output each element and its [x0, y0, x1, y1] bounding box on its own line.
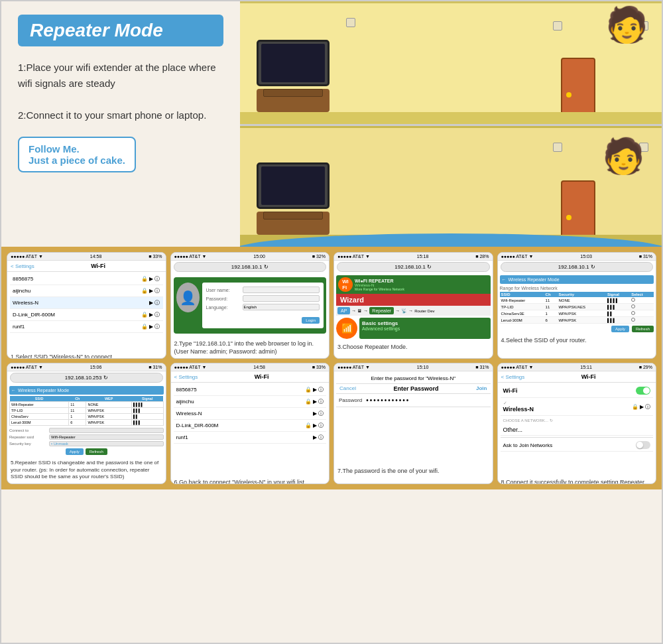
- phone-step-1: ●●●●● AT&T ▼ 14:58 ■ 33% < Settings Wi-F…: [7, 252, 166, 359]
- repeater-mode-header: ← Wireless Repeater Mode: [9, 386, 164, 395]
- password-row: Password:: [206, 295, 320, 302]
- ssid-action-btns: Apply Refresh: [500, 326, 654, 332]
- phone-7-status: ●●●●● AT&T ▼ 15:10 ■ 31%: [334, 363, 493, 371]
- phone-step-4: ●●●●● AT&T ▼ 15:03 ■ 31% 192.168.10.1 ↻ …: [497, 252, 657, 359]
- phone-2-status: ●●●●● AT&T ▼ 15:00 ■ 32%: [171, 253, 330, 261]
- wifi-item-wireless-n[interactable]: Wireless-N ▶ ⓘ: [10, 297, 163, 309]
- phone-5-url[interactable]: 192.168.10.253 ↻: [10, 373, 163, 383]
- ssid-row-4[interactable]: Lerud-300M 6 WPA/PSK ▌▌▌: [500, 317, 654, 324]
- phone-7-content: Enter the password for "Wireless-N" Canc…: [334, 371, 493, 464]
- wizard-repeater-btn[interactable]: Repeater: [369, 307, 394, 314]
- wifi-item-2: aijinchu 🔒 ▶ ⓘ: [10, 285, 163, 297]
- wifi-toggle-row: Wi-Fi: [501, 384, 654, 398]
- wifi6-item-2: aijinchu 🔒 ▶ ⓘ: [174, 396, 327, 408]
- ssid-table: SSID Ch Security Signal Select Wifi-Repe…: [500, 292, 654, 324]
- character-top: 🧑: [605, 5, 648, 45]
- refresh-btn-4[interactable]: Refresh: [632, 326, 654, 332]
- login-button-area: Login: [206, 312, 320, 324]
- wizard-ap-btn[interactable]: AP: [337, 307, 350, 314]
- apply-btn-4[interactable]: Apply: [611, 326, 629, 332]
- room-scene-bottom: 🧑: [240, 124, 662, 247]
- apply-btn-5[interactable]: Apply: [66, 448, 84, 455]
- repeater-row-2[interactable]: TP-LID 11 WPA/PSK ▌▌▌: [10, 408, 164, 414]
- step2-text: 2:Connect it to your smart phone or lapt…: [18, 107, 223, 123]
- wifi6-item-1: 8856875 🔒 ▶ ⓘ: [174, 384, 327, 396]
- step-7-caption: 7.The password is the one of your wifi.: [334, 465, 493, 478]
- phone-4-status: ●●●●● AT&T ▼ 15:03 ■ 31%: [498, 253, 656, 261]
- ssid-header: ← Wireless Repeater Mode: [500, 275, 654, 284]
- wifi-toggle[interactable]: [636, 387, 650, 395]
- phone-5-content: ← Wireless Repeater Mode SSID Ch WEP Sig…: [7, 384, 166, 457]
- phone-2-url[interactable]: 192.168.10.1 ↻: [174, 262, 327, 272]
- phone-5-action-btns: Apply Refresh: [9, 448, 164, 455]
- top-section: Repeater Mode 1:Place your wifi extender…: [1, 1, 662, 247]
- phone-3-status: ●●●●● AT&T ▼ 15:18 ■ 28%: [334, 253, 493, 261]
- repeater-row-4[interactable]: Lerud-300M 6 WPA/PSK ▌▌▌: [10, 420, 164, 426]
- title-box: Repeater Mode: [18, 15, 223, 46]
- phone-3-content: WiFi Wi●FI REPEATER Wireless-N More Rang…: [334, 273, 493, 341]
- wall-outlet-1: [553, 21, 562, 31]
- phone-2-content: 👤 User name: Password:: [171, 273, 330, 338]
- wifi-icon-large: 📶: [336, 318, 357, 339]
- join-btn[interactable]: Join: [476, 385, 487, 392]
- divider: [501, 437, 654, 438]
- ssid-row-2[interactable]: TP-LID 11 WPA/PSK/AES ▌▌▌: [500, 304, 654, 310]
- connect-info: Connect to Repeater ssid Wifi-Repeater S…: [9, 428, 164, 446]
- wizard-nav-row: AP → 🖥 → Repeater → 📡 → Router Dev: [336, 306, 491, 316]
- login-btn[interactable]: Login: [302, 317, 320, 324]
- tv-monitor: [257, 40, 330, 86]
- enter-password-header: Enter the password for "Wireless-N": [336, 373, 491, 384]
- wifi6-item-dlink: D-Link_DIR-600M 🔒 ▶ ⓘ: [174, 420, 327, 432]
- wifi-logo-circle: WiFi: [338, 277, 353, 292]
- password-dots: ••••••••••••: [366, 397, 410, 404]
- step-4-caption: 4.Select the SSID of your router.: [498, 334, 656, 348]
- language-row: Language: English: [206, 304, 320, 310]
- step-5-caption: 5.Repeater SSID is changeable and the pa…: [7, 457, 166, 483]
- step-3-caption: 3.Choose Repeater Mode.: [334, 341, 493, 354]
- wifi-item-dlink: D-Link_DIR-600M 🔒 ▶ ⓘ: [10, 309, 163, 321]
- phone-4-content: ← Wireless Repeater Mode Range for Wirel…: [498, 273, 656, 334]
- phone-step-8: ●●●●● AT&T ▼ 15:11 ■ 29% < Settings Wi-F…: [497, 363, 657, 483]
- steps-row-1: ●●●●● AT&T ▼ 14:58 ■ 33% < Settings Wi-F…: [1, 247, 662, 359]
- phone-1-status: ●●●●● AT&T ▼ 14:58 ■ 33%: [7, 253, 166, 261]
- other-network-row[interactable]: Other...: [501, 424, 654, 436]
- wizard-settings-area: 📶 Basic settings Advanced settings: [336, 318, 491, 339]
- phone-step-5: ●●●●● AT&T ▼ 15:06 ■ 31% 192.168.10.253 …: [7, 363, 166, 483]
- refresh-btn-5[interactable]: Refresh: [86, 448, 107, 455]
- enter-password-title: Enter Password: [393, 385, 438, 392]
- wifi6-item-runf1: runf1 ▶ ⓘ: [174, 432, 327, 444]
- phone-6-status: ●●●●● AT&T ▼ 14:58 ■ 33%: [171, 363, 330, 371]
- room-scene-top: 🧑: [240, 1, 662, 124]
- choose-network-label: CHOOSE A NETWORK... ↻: [501, 416, 654, 424]
- follow-text2: Just a piece of cake.: [29, 155, 125, 166]
- connected-network-row: ✓ Wireless-N 🔒 ▶ ⓘ: [501, 398, 654, 416]
- ask-join-toggle[interactable]: [636, 441, 650, 449]
- ssid-row-1[interactable]: Wifi-Repeater 11 NONE ▌▌▌▌: [500, 297, 654, 304]
- wizard-title-bar: Wizard: [336, 294, 491, 306]
- password-nav: Cancel Enter Password Join: [336, 384, 491, 394]
- range-label: Range for Wireless Network: [500, 286, 654, 290]
- repeater-row-3[interactable]: ChinaServ 1 WPA/PSK ▌▌: [10, 414, 164, 420]
- repeater-ssid-row: Repeater ssid Wifi-Repeater: [9, 434, 164, 440]
- step1-text: 1:Place your wifi extender at the place …: [18, 60, 223, 92]
- phone-4-url[interactable]: 192.168.10.1 ↻: [501, 262, 654, 272]
- phone-step-6: ●●●●● AT&T ▼ 14:58 ■ 33% < Settings Wi-F…: [170, 363, 330, 483]
- phone-3-url[interactable]: 192.168.10.1 ↻: [337, 262, 490, 272]
- cancel-btn[interactable]: Cancel: [339, 385, 356, 392]
- instructions-text: 1:Place your wifi extender at the place …: [18, 60, 223, 123]
- phone-1-content: 8856875 🔒 ▶ ⓘ aijinchu 🔒 ▶ ⓘ Wireless-N …: [7, 272, 166, 351]
- follow-box: Follow Me. Just a piece of cake.: [18, 137, 136, 172]
- phone-step-2: ●●●●● AT&T ▼ 15:00 ■ 32% 192.168.10.1 ↻ …: [170, 252, 330, 359]
- settings-list: Basic settings Advanced settings: [359, 318, 491, 339]
- phone-step-3: ●●●●● AT&T ▼ 15:18 ■ 28% 192.168.10.1 ↻ …: [333, 252, 493, 359]
- repeater-row-1[interactable]: Wifi-Repeater 11 NONE ▌▌▌▌: [10, 402, 164, 408]
- wifi-logo-bar: WiFi Wi●FI REPEATER Wireless-N More Rang…: [336, 275, 491, 294]
- ssid-row-3[interactable]: ChinaServ3E 1 WPA/PSK ▌▌: [500, 310, 654, 317]
- login-form: 👤 User name: Password:: [174, 277, 327, 334]
- connect-to-row: Connect to: [9, 428, 164, 433]
- wifi-item-1: 8856875 🔒 ▶ ⓘ: [10, 273, 163, 285]
- step-1-caption: 1.Select SSID "Wireless-N" to connect.: [7, 351, 166, 359]
- phone-8-status: ●●●●● AT&T ▼ 15:11 ■ 29%: [498, 363, 656, 371]
- wifi6-item-wireless-n[interactable]: Wireless-N ▶ ⓘ: [174, 408, 327, 420]
- wifi-item-runf1: runf1 🔒 ▶ ⓘ: [10, 321, 163, 333]
